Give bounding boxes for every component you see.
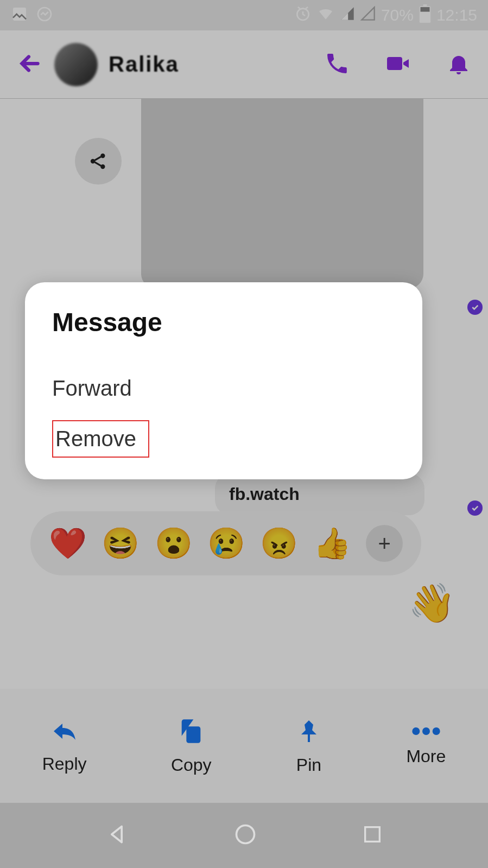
message-options-dialog: Message Forward Remove xyxy=(25,282,422,479)
android-nav-bar xyxy=(0,803,488,868)
remove-option[interactable]: Remove xyxy=(55,427,136,451)
dialog-title: Message xyxy=(52,307,395,337)
nav-back-icon[interactable] xyxy=(105,822,129,848)
svg-point-15 xyxy=(236,826,254,844)
remove-option-highlight: Remove xyxy=(52,420,149,458)
forward-option[interactable]: Forward xyxy=(52,364,395,413)
nav-home-icon[interactable] xyxy=(233,822,257,848)
svg-rect-16 xyxy=(365,827,380,842)
nav-recent-icon[interactable] xyxy=(362,823,383,847)
